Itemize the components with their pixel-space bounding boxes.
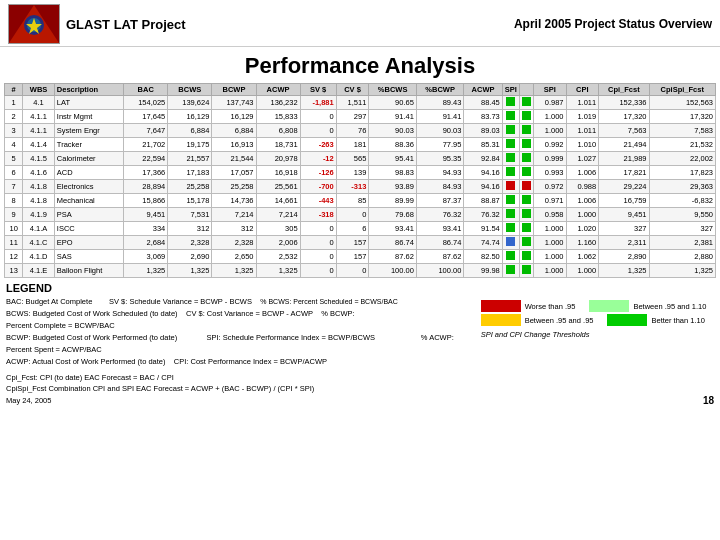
legend-item: ACWP: Actual Cost of Work Performed (to … bbox=[6, 356, 473, 368]
cell-pbcwp: 77.95 bbox=[416, 138, 464, 152]
cell-bac: 1,325 bbox=[124, 264, 168, 278]
cell-pbcws: 79.68 bbox=[369, 208, 417, 222]
table-row: 1 4.1 LAT 154,025 139,624 137,743 136,23… bbox=[5, 96, 716, 110]
col-bcws: BCWS bbox=[168, 84, 212, 96]
cell-spi: 1.000 bbox=[533, 264, 566, 278]
cell-bcws: 21,557 bbox=[168, 152, 212, 166]
cell-pacwp: 85.31 bbox=[464, 138, 502, 152]
cell-spi: 0.999 bbox=[533, 152, 566, 166]
cell-num: 10 bbox=[5, 222, 23, 236]
cell-spi-color2 bbox=[519, 124, 533, 138]
cell-pacwp: 88.45 bbox=[464, 96, 502, 110]
color-legend-worse: Worse than .95 Between .95 and 1.10 bbox=[481, 300, 714, 312]
cell-wbs: 4.1.1 bbox=[23, 124, 55, 138]
cell-spi-color1 bbox=[502, 138, 519, 152]
cell-acwp: 18,731 bbox=[256, 138, 300, 152]
cell-sv: 0 bbox=[300, 124, 336, 138]
cell-acwp: 1,325 bbox=[256, 264, 300, 278]
col-bac: BAC bbox=[124, 84, 168, 96]
cell-cpifcst: 7,563 bbox=[599, 124, 649, 138]
legend-item: BCWS: Budgeted Cost of Work Scheduled (t… bbox=[6, 308, 473, 320]
page-number: 18 bbox=[703, 395, 714, 406]
cell-cpi: 1.062 bbox=[566, 250, 599, 264]
cell-acwp: 20,978 bbox=[256, 152, 300, 166]
cell-desc: SAS bbox=[54, 250, 123, 264]
cell-spi-color1 bbox=[502, 110, 519, 124]
cell-cpifcst: 17,320 bbox=[599, 110, 649, 124]
cell-cpi: 1.000 bbox=[566, 208, 599, 222]
cell-cpi: 1.027 bbox=[566, 152, 599, 166]
cell-cpifcst: 16,759 bbox=[599, 194, 649, 208]
cell-spi-color2 bbox=[519, 110, 533, 124]
cell-bac: 15,866 bbox=[124, 194, 168, 208]
cell-cpifcst: 17,821 bbox=[599, 166, 649, 180]
cell-spi-color2 bbox=[519, 208, 533, 222]
cell-cpi: 1.006 bbox=[566, 194, 599, 208]
cell-cv: 6 bbox=[336, 222, 369, 236]
cell-cv: 297 bbox=[336, 110, 369, 124]
cell-bcws: 2,690 bbox=[168, 250, 212, 264]
cell-pbcwp: 84.93 bbox=[416, 180, 464, 194]
cell-pbcwp: 87.37 bbox=[416, 194, 464, 208]
table-row: 13 4.1.E Balloon Flight 1,325 1,325 1,32… bbox=[5, 264, 716, 278]
spi-note: SPI and CPI Change Thresholds bbox=[481, 330, 714, 339]
cell-num: 11 bbox=[5, 236, 23, 250]
cell-cpifcst: 2,890 bbox=[599, 250, 649, 264]
legend-item: BCWP: Budgeted Cost of Work Performed (t… bbox=[6, 332, 473, 344]
cell-spi-color2 bbox=[519, 222, 533, 236]
cell-cpi: 1.011 bbox=[566, 124, 599, 138]
cell-bac: 2,684 bbox=[124, 236, 168, 250]
cell-cv: 0 bbox=[336, 208, 369, 222]
cell-pacwp: 82.50 bbox=[464, 250, 502, 264]
legend-item: BAC: Budget At Complete SV $: Schedule V… bbox=[6, 296, 473, 308]
cell-cv: 181 bbox=[336, 138, 369, 152]
cell-sv: -443 bbox=[300, 194, 336, 208]
cell-bac: 21,702 bbox=[124, 138, 168, 152]
cell-spi: 0.972 bbox=[533, 180, 566, 194]
cell-pacwp: 74.74 bbox=[464, 236, 502, 250]
cell-wbs: 4.1.9 bbox=[23, 208, 55, 222]
cell-cpi: 0.988 bbox=[566, 180, 599, 194]
cell-desc: Tracker bbox=[54, 138, 123, 152]
legend-title: LEGEND bbox=[6, 282, 714, 294]
cell-pbcws: 90.03 bbox=[369, 124, 417, 138]
cell-pbcws: 89.99 bbox=[369, 194, 417, 208]
cell-bcwp: 14,736 bbox=[212, 194, 256, 208]
cell-cpispi: 17,320 bbox=[649, 110, 715, 124]
col-cpispi: CpiSpi_Fcst bbox=[649, 84, 715, 96]
cell-bcws: 19,175 bbox=[168, 138, 212, 152]
cell-spi-color1 bbox=[502, 180, 519, 194]
cell-pbcwp: 91.41 bbox=[416, 110, 464, 124]
cell-bcws: 7,531 bbox=[168, 208, 212, 222]
cell-pbcwp: 89.43 bbox=[416, 96, 464, 110]
cell-spi-color1 bbox=[502, 152, 519, 166]
color-legend-between: Between .95 and .95 Better than 1.10 bbox=[481, 314, 714, 326]
cell-desc: Balloon Flight bbox=[54, 264, 123, 278]
cell-sv: -126 bbox=[300, 166, 336, 180]
cell-bcws: 312 bbox=[168, 222, 212, 236]
col-cpi: CPI bbox=[566, 84, 599, 96]
cell-spi: 0.987 bbox=[533, 96, 566, 110]
col-sv: SV $ bbox=[300, 84, 336, 96]
cell-cv: 76 bbox=[336, 124, 369, 138]
cell-acwp: 25,561 bbox=[256, 180, 300, 194]
cell-pbcwp: 90.03 bbox=[416, 124, 464, 138]
cell-desc: PSA bbox=[54, 208, 123, 222]
cell-bcwp: 137,743 bbox=[212, 96, 256, 110]
cell-bcwp: 1,325 bbox=[212, 264, 256, 278]
cell-cv: 565 bbox=[336, 152, 369, 166]
table-row: 3 4.1.1 System Engr 7,647 6,884 6,884 6,… bbox=[5, 124, 716, 138]
cell-acwp: 15,833 bbox=[256, 110, 300, 124]
col-spi2 bbox=[519, 84, 533, 96]
cell-bcws: 139,624 bbox=[168, 96, 212, 110]
cell-cpifcst: 21,494 bbox=[599, 138, 649, 152]
footer-notes: Cpi_Fcst: CPI (to date) EAC Forecast = B… bbox=[6, 372, 314, 406]
cell-cv: 0 bbox=[336, 264, 369, 278]
cell-wbs: 4.1.A bbox=[23, 222, 55, 236]
cell-spi-color1 bbox=[502, 250, 519, 264]
cell-pacwp: 91.54 bbox=[464, 222, 502, 236]
legend-item: Percent Spent = ACWP/BAC bbox=[6, 344, 473, 356]
cell-desc: Mechanical bbox=[54, 194, 123, 208]
cell-spi-color1 bbox=[502, 208, 519, 222]
cell-sv: -12 bbox=[300, 152, 336, 166]
